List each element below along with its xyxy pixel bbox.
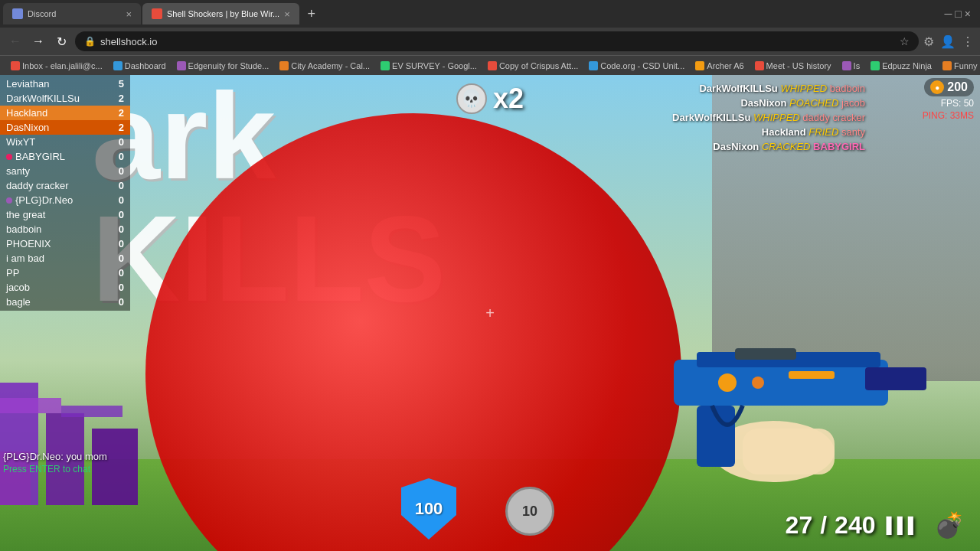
- crispus-favicon: [488, 61, 497, 70]
- address-bar[interactable]: 🔒 shellshock.io ☆: [75, 31, 919, 51]
- tab-shellshock[interactable]: Shell Shockers | by Blue Wir... ×: [142, 3, 299, 24]
- address-bar-row: ← → ↻ 🔒 shellshock.io ☆ ⚙ 👤 ⋮: [0, 28, 980, 55]
- bookmark-edgenuity-label: Edgenuity for Stude...: [188, 61, 270, 70]
- player-score: 2: [112, 122, 124, 133]
- kill-action: CRACKED: [762, 141, 811, 152]
- kill-victim: BABYGIRL: [813, 141, 865, 152]
- profile-icon[interactable]: 👤: [940, 34, 956, 49]
- ammo-current: 27: [786, 511, 813, 540]
- kill-count: x2: [493, 83, 524, 115]
- bookmark-is-label: Is: [854, 61, 861, 70]
- player-score: 0: [112, 151, 124, 162]
- fps-value: 50: [964, 98, 974, 109]
- coin-icon: ●: [930, 80, 944, 94]
- grenade-icon: 💣: [934, 510, 965, 540]
- svg-rect-15: [735, 348, 796, 360]
- svg-rect-2: [0, 398, 61, 413]
- bookmark-dashboard-label: Dashboard: [125, 61, 166, 70]
- kill-victim: badboin: [830, 83, 865, 94]
- svg-rect-7: [743, 429, 835, 474]
- kill-attacker: Hackland: [762, 126, 806, 138]
- is-favicon: [842, 61, 851, 70]
- game-viewport[interactable]: ark KILLS 💀 x2 Leviathan5DarkWolfKILLSu2…: [0, 75, 980, 551]
- player-score: 2: [112, 93, 124, 104]
- kill-attacker: DasNixon: [740, 97, 786, 109]
- player-name-label: daddy cracker: [6, 180, 69, 191]
- player-score: 0: [112, 296, 124, 308]
- bookmark-ev-survey-label: EV SURVEY - Googl...: [392, 61, 477, 70]
- player-name-label: i am bad: [6, 253, 44, 264]
- player-row: Hackland2: [0, 106, 130, 120]
- bookmark-star-icon[interactable]: ☆: [900, 35, 910, 47]
- player-score: 0: [112, 267, 124, 279]
- minimize-button[interactable]: ─: [944, 8, 952, 20]
- secondary-ammo: 10: [505, 487, 554, 536]
- fps-display: FPS: 50: [941, 98, 974, 109]
- kill-feed-entry: DarkWolfKILLSu WHIPPED badboin: [574, 83, 865, 94]
- player-score: 0: [112, 238, 124, 249]
- player-row: PHOENIX0: [0, 236, 130, 251]
- tab-discord-close[interactable]: ×: [126, 8, 132, 20]
- ammo-max: 240: [835, 511, 875, 540]
- chat-prompt: Press ENTER to chat: [3, 464, 107, 474]
- bookmark-city-academy[interactable]: City Academy - Cal...: [275, 60, 374, 72]
- extensions-icon[interactable]: ⚙: [923, 34, 934, 49]
- bookmark-archer-label: Archer A6: [707, 61, 743, 70]
- bookmark-archer[interactable]: Archer A6: [691, 60, 748, 72]
- dashboard-favicon: [113, 61, 122, 70]
- ping-label: PING:: [923, 110, 948, 121]
- maximize-button[interactable]: □: [955, 8, 961, 20]
- bookmark-meet-us-label: Meet - US history: [766, 61, 831, 70]
- bookmark-meet-us[interactable]: Meet - US history: [750, 60, 836, 72]
- bookmark-funny[interactable]: Funny Dark Humor...: [938, 60, 980, 72]
- bookmark-crispus[interactable]: Copy of Crispus Att...: [483, 60, 583, 72]
- bookmark-codeorg-label: Code.org - CSD Unit...: [600, 61, 684, 70]
- bookmark-edpuzz-label: Edpuzz Ninja: [882, 61, 932, 70]
- svg-rect-14: [789, 371, 835, 379]
- edgenuity-favicon: [177, 61, 186, 70]
- player-name-label: BABYGIRL: [15, 151, 65, 162]
- bookmark-edgenuity[interactable]: Edgenuity for Stude...: [172, 60, 274, 72]
- new-tab-button[interactable]: +: [301, 3, 322, 24]
- tab-discord[interactable]: Discord ×: [3, 3, 141, 24]
- chat-area: {PLG}Dr.Neo: you mom Press ENTER to chat: [3, 451, 107, 474]
- close-browser-button[interactable]: ×: [965, 8, 971, 20]
- bookmark-city-academy-label: City Academy - Cal...: [291, 61, 370, 70]
- kill-victim: daddy cracker: [802, 112, 865, 123]
- reload-button[interactable]: ↻: [52, 32, 70, 51]
- menu-icon[interactable]: ⋮: [962, 34, 974, 49]
- forward-button[interactable]: →: [29, 32, 47, 51]
- ammo-separator: /: [820, 511, 827, 540]
- player-score: 0: [112, 165, 124, 177]
- bookmark-inbox[interactable]: Inbox - elan.jalili@c...: [6, 60, 107, 72]
- player-score: 0: [112, 180, 124, 191]
- bookmark-edpuzz[interactable]: Edpuzz Ninja: [866, 60, 936, 72]
- kill-action: WHIPPED: [753, 112, 800, 123]
- bookmark-is[interactable]: Is: [838, 60, 865, 72]
- crosshair: +: [485, 305, 495, 322]
- bookmark-dashboard[interactable]: Dashboard: [109, 60, 171, 72]
- player-name-label: badboin: [6, 223, 41, 235]
- bookmarks-bar: Inbox - elan.jalili@c... Dashboard Edgen…: [0, 55, 980, 75]
- player-name-label: {PLG}Dr.Neo: [15, 194, 73, 206]
- player-name-label: the great: [6, 209, 45, 220]
- player-score: 2: [112, 107, 124, 119]
- skull-icon: 💀: [456, 83, 487, 114]
- chat-message: {PLG}Dr.Neo: you mom: [3, 451, 107, 462]
- kill-attacker: DarkWolfKILLSu: [699, 83, 777, 94]
- player-list: Leviathan5DarkWolfKILLSu2Hackland2DasNix…: [0, 75, 130, 311]
- bookmark-codeorg[interactable]: Code.org - CSD Unit...: [584, 60, 689, 72]
- tab-bar: Discord × Shell Shockers | by Blue Wir..…: [0, 0, 980, 28]
- player-row: badboin0: [0, 222, 130, 236]
- bookmark-crispus-label: Copy of Crispus Att...: [499, 61, 578, 70]
- ev-survey-favicon: [381, 61, 390, 70]
- fps-label: FPS:: [941, 98, 962, 109]
- player-name-label: PHOENIX: [6, 238, 51, 249]
- bookmark-ev-survey[interactable]: EV SURVEY - Googl...: [376, 60, 482, 72]
- meet-us-favicon: [755, 61, 764, 70]
- tab-shellshock-close[interactable]: ×: [284, 8, 290, 20]
- player-name-label: PP: [6, 267, 19, 279]
- player-row: DasNixon2: [0, 120, 130, 135]
- back-button[interactable]: ←: [6, 32, 24, 51]
- health-value: 100: [401, 478, 456, 540]
